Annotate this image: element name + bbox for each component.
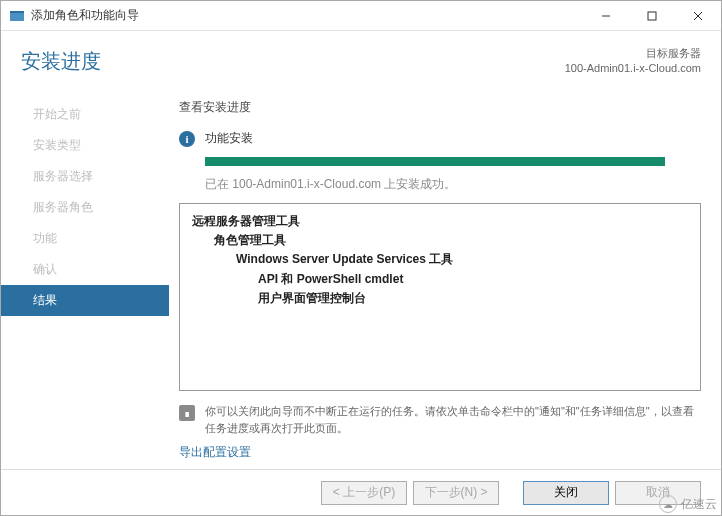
step-results: 结果 xyxy=(1,285,169,316)
step-server-selection: 服务器选择 xyxy=(1,161,169,192)
page-title: 安装进度 xyxy=(21,48,101,75)
result-item: 角色管理工具 xyxy=(214,231,688,250)
close-wizard-button[interactable]: 关闭 xyxy=(523,481,609,505)
header: 安装进度 目标服务器 100-Admin01.i-x-Cloud.com xyxy=(1,31,721,91)
app-icon xyxy=(9,8,25,24)
step-server-roles: 服务器角色 xyxy=(1,192,169,223)
status-row: i 功能安装 xyxy=(179,130,701,147)
flag-icon: ∎ xyxy=(179,405,195,421)
window-title: 添加角色和功能向导 xyxy=(31,7,583,24)
step-install-type: 安装类型 xyxy=(1,130,169,161)
window-controls xyxy=(583,1,721,30)
status-label: 功能安装 xyxy=(205,130,253,147)
target-server-name: 100-Admin01.i-x-Cloud.com xyxy=(565,61,701,76)
titlebar: 添加角色和功能向导 xyxy=(1,1,721,31)
close-button[interactable] xyxy=(675,1,721,30)
success-text: 已在 100-Admin01.i-x-Cloud.com 上安装成功。 xyxy=(205,176,701,193)
export-config-link[interactable]: 导出配置设置 xyxy=(179,444,701,461)
cancel-button: 取消 xyxy=(615,481,701,505)
target-server-info: 目标服务器 100-Admin01.i-x-Cloud.com xyxy=(565,46,701,77)
step-confirm: 确认 xyxy=(1,254,169,285)
step-before-begin: 开始之前 xyxy=(1,99,169,130)
progress-bar xyxy=(205,157,665,166)
svg-rect-1 xyxy=(10,11,24,13)
section-label: 查看安装进度 xyxy=(179,99,701,116)
wizard-window: 添加角色和功能向导 安装进度 目标服务器 100-Admin01.i-x-Clo… xyxy=(0,0,722,516)
next-button: 下一步(N) > xyxy=(413,481,499,505)
minimize-button[interactable] xyxy=(583,1,629,30)
result-item: 远程服务器管理工具 xyxy=(192,212,688,231)
result-item: 用户界面管理控制台 xyxy=(258,289,688,308)
steps-sidebar: 开始之前 安装类型 服务器选择 服务器角色 功能 确认 结果 xyxy=(1,91,169,469)
results-box[interactable]: 远程服务器管理工具 角色管理工具 Windows Server Update S… xyxy=(179,203,701,391)
maximize-button[interactable] xyxy=(629,1,675,30)
main-panel: 查看安装进度 i 功能安装 已在 100-Admin01.i-x-Cloud.c… xyxy=(169,91,721,469)
info-icon: i xyxy=(179,131,195,147)
target-server-label: 目标服务器 xyxy=(565,46,701,61)
result-item: Windows Server Update Services 工具 xyxy=(236,250,688,269)
note-text: 你可以关闭此向导而不中断正在运行的任务。请依次单击命令栏中的"通知"和"任务详细… xyxy=(205,403,701,436)
step-features: 功能 xyxy=(1,223,169,254)
footer: < 上一步(P) 下一步(N) > 关闭 取消 xyxy=(1,469,721,515)
result-item: API 和 PowerShell cmdlet xyxy=(258,270,688,289)
previous-button: < 上一步(P) xyxy=(321,481,407,505)
svg-rect-3 xyxy=(648,12,656,20)
note-row: ∎ 你可以关闭此向导而不中断正在运行的任务。请依次单击命令栏中的"通知"和"任务… xyxy=(179,403,701,436)
body: 开始之前 安装类型 服务器选择 服务器角色 功能 确认 结果 查看安装进度 i … xyxy=(1,91,721,469)
